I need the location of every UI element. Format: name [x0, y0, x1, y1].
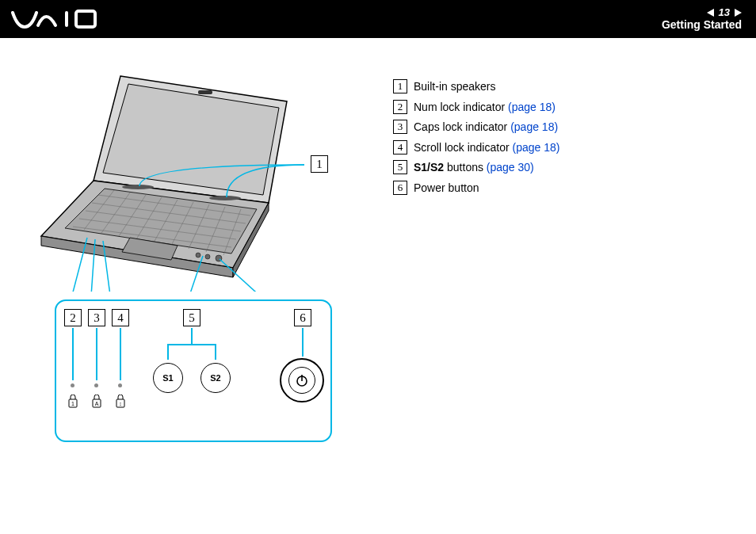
section-title: Getting Started: [662, 18, 742, 32]
detail-panel: 2 3 4 5 6 1: [55, 299, 332, 442]
legend-num-6: 6: [393, 181, 407, 195]
power-button-ring-icon: [280, 358, 324, 402]
prev-page-arrow-icon[interactable]: [707, 9, 714, 17]
callout-5: 5: [183, 309, 200, 326]
vaio-logo: [11, 10, 98, 29]
page-ref-18a[interactable]: (page 18): [508, 101, 556, 113]
header-right: 13 Getting Started: [662, 6, 742, 32]
legend-row-3: 3 Caps lock indicator (page 18): [393, 120, 559, 135]
callout-6: 6: [294, 309, 311, 326]
legend-text-3: Caps lock indicator (page 18): [414, 120, 558, 135]
callout-3: 3: [88, 309, 105, 326]
svg-point-17: [122, 185, 154, 189]
legend-num-5: 5: [393, 160, 407, 174]
legend: 1 Built-in speakers 2 Num lock indicator…: [393, 70, 559, 292]
svg-point-18: [209, 196, 241, 200]
power-button-inner-icon: [288, 367, 315, 394]
legend-text-5: S1/S2 buttons (page 30): [414, 160, 534, 176]
legend-row-5: 5 S1/S2 buttons (page 30): [393, 160, 559, 176]
vaio-logo-svg: [11, 10, 98, 29]
svg-text:1: 1: [71, 401, 74, 406]
page-nav: 13: [662, 6, 742, 19]
next-page-arrow-icon[interactable]: [735, 9, 742, 17]
legend-num-3: 3: [393, 120, 407, 134]
svg-point-21: [196, 253, 200, 257]
callout-4: 4: [112, 309, 129, 326]
power-icon: [295, 373, 309, 387]
scroll-lock-icon: ↕: [115, 395, 126, 409]
legend-row-4: 4 Scroll lock indicator (page 18): [393, 140, 559, 156]
svg-text:↕: ↕: [119, 401, 122, 406]
legend-row-6: 6 Power button: [393, 181, 559, 196]
svg-text:A: A: [95, 401, 99, 406]
legend-text-4: Scroll lock indicator (page 18): [414, 140, 559, 156]
callout-1: 1: [311, 155, 328, 173]
num-lock-icon: 1: [67, 395, 78, 409]
callout-2: 2: [64, 309, 82, 326]
legend-row-1: 1 Built-in speakers: [393, 79, 559, 95]
legend-text-6: Power button: [414, 181, 479, 196]
s2-button-icon: S2: [200, 363, 231, 393]
svg-rect-1: [76, 11, 95, 27]
page-content: 1 2 3 4 5 6 1: [0, 38, 756, 292]
legend-num-4: 4: [393, 140, 407, 154]
legend-text-1: Built-in speakers: [414, 79, 496, 95]
legend-text-2: Num lock indicator (page 18): [414, 100, 556, 116]
header-bar: 13 Getting Started: [0, 0, 756, 38]
laptop-figure: 1 2 3 4 5 6 1: [19, 70, 368, 292]
laptop-illustration: [19, 70, 368, 292]
scroll-lock-led-icon: [118, 383, 122, 387]
svg-rect-2: [198, 90, 212, 94]
caps-lock-led-icon: [94, 383, 98, 387]
legend-num-2: 2: [393, 100, 407, 114]
caps-lock-icon: A: [91, 395, 102, 409]
page-ref-30[interactable]: (page 30): [487, 161, 534, 174]
legend-num-1: 1: [393, 79, 407, 93]
svg-point-20: [205, 254, 210, 259]
legend-row-2: 2 Num lock indicator (page 18): [393, 100, 559, 116]
page-ref-18c[interactable]: (page 18): [513, 141, 560, 154]
s1-button-icon: S1: [153, 363, 183, 393]
page-number: 13: [719, 6, 730, 19]
page-ref-18b[interactable]: (page 18): [510, 120, 558, 133]
num-lock-led-icon: [71, 383, 74, 387]
svg-rect-0: [65, 11, 68, 27]
